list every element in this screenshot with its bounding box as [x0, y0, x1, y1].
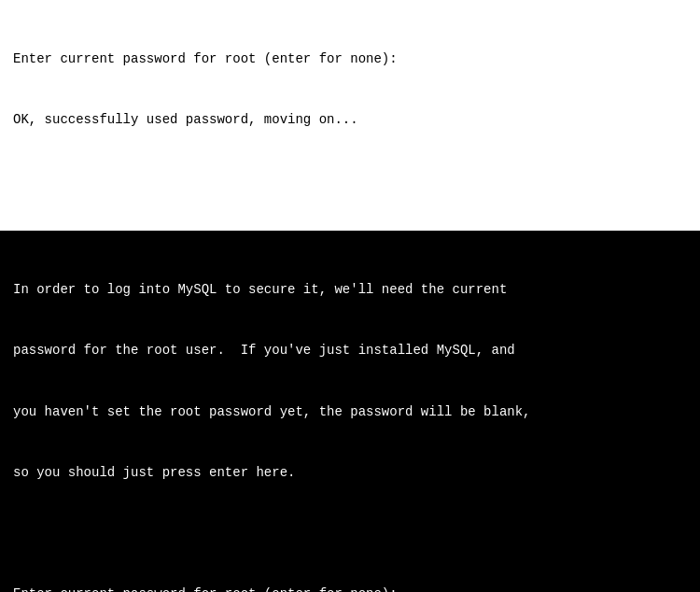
bottom-line-6: Enter current password for root (enter f…	[13, 585, 687, 592]
bottom-line-3: you haven't set the root password yet, t…	[13, 402, 687, 423]
bottom-terminal-section: In order to log into MySQL to secure it,…	[0, 231, 700, 592]
bottom-line-1: In order to log into MySQL to secure it,…	[13, 280, 687, 301]
top-line-1: Enter current password for root (enter f…	[13, 49, 687, 70]
top-line-2: OK, successfully used password, moving o…	[13, 110, 687, 131]
bottom-line-2: password for the root user. If you've ju…	[13, 341, 687, 361]
bottom-line-5	[13, 524, 687, 544]
bottom-line-4: so you should just press enter here.	[13, 463, 687, 484]
bottom-terminal-text: In order to log into MySQL to secure it,…	[13, 240, 687, 592]
top-terminal-section: Enter current password for root (enter f…	[0, 0, 700, 231]
top-line-3	[13, 172, 687, 192]
